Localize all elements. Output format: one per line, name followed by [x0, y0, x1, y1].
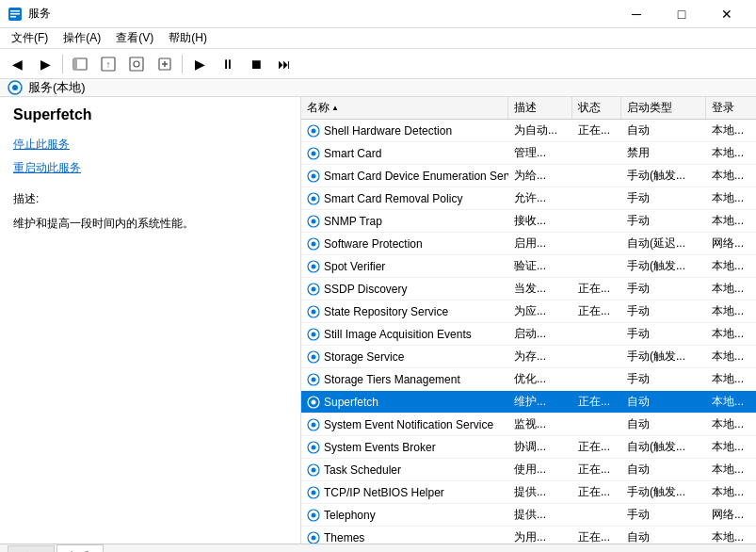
- menu-item-1[interactable]: 操作(A): [56, 28, 108, 48]
- cell-name: System Events Broker: [301, 436, 508, 458]
- stop-button[interactable]: ⏹: [243, 52, 269, 76]
- left-panel: Superfetch 停止此服务 重启动此服务 描述: 维护和提高一段时间内的系…: [0, 97, 301, 544]
- table-row[interactable]: Shell Hardware Detection 为自动... 正在... 自动…: [301, 120, 756, 142]
- toolbar-separator-1: [62, 55, 63, 73]
- service-icon: [307, 418, 320, 431]
- cell-status: [572, 210, 621, 232]
- svg-point-46: [312, 467, 316, 472]
- back-button[interactable]: ◀: [4, 52, 30, 76]
- table-row[interactable]: System Event Notification Service 监视... …: [301, 414, 756, 436]
- svg-point-36: [312, 354, 316, 359]
- service-icon: [307, 124, 320, 138]
- table-row[interactable]: Software Protection 启用... 自动(延迟... 网络...: [301, 233, 756, 255]
- cell-status: [572, 233, 621, 254]
- cell-login: 本地...: [706, 323, 756, 345]
- col-header-desc[interactable]: 描述: [508, 97, 572, 119]
- table-row[interactable]: Still Image Acquisition Events 启动... 手动 …: [301, 323, 756, 346]
- cell-desc: 使用...: [508, 459, 572, 480]
- app-icon: [8, 7, 23, 22]
- cell-startup: 手动(触发...: [621, 255, 706, 277]
- service-icon: [307, 463, 320, 477]
- service-icon: [307, 170, 320, 183]
- cell-startup: 手动: [621, 210, 706, 232]
- service-icon: [307, 147, 320, 160]
- cell-login: 本地...: [706, 142, 756, 164]
- cell-login: 本地...: [706, 391, 756, 413]
- cell-login: 本地...: [706, 414, 756, 435]
- service-icon: [307, 192, 320, 205]
- cell-login: 本地...: [706, 368, 756, 390]
- col-header-startup[interactable]: 启动类型: [621, 97, 706, 119]
- col-header-status[interactable]: 状态: [572, 97, 621, 119]
- tab-standard[interactable]: 标准: [56, 544, 104, 552]
- table-row[interactable]: Smart Card Device Enumeration Servi... 为…: [301, 165, 756, 187]
- cell-name: Spot Verifier: [301, 255, 508, 277]
- close-button[interactable]: ✕: [705, 0, 748, 28]
- table-body: Shell Hardware Detection 为自动... 正在... 自动…: [301, 120, 756, 544]
- play-button[interactable]: ▶: [186, 52, 213, 76]
- service-icon: [307, 396, 320, 409]
- cell-login: 本地...: [706, 459, 756, 480]
- header-icon: [8, 80, 23, 95]
- table-row[interactable]: SSDP Discovery 当发... 正在... 手动 本地...: [301, 278, 756, 300]
- table-row[interactable]: Storage Service 为存... 手动(触发... 本地...: [301, 346, 756, 368]
- col-header-name[interactable]: 名称 ▲: [301, 97, 508, 119]
- service-icon: [307, 486, 320, 499]
- svg-point-48: [312, 490, 316, 495]
- cell-name: Smart Card Device Enumeration Servi...: [301, 165, 508, 187]
- menu-item-2[interactable]: 查看(V): [108, 28, 161, 48]
- cell-desc: 为自动...: [508, 120, 572, 141]
- service-icon: [307, 283, 320, 296]
- properties-button[interactable]: [123, 52, 150, 76]
- up-button[interactable]: ↑: [95, 52, 121, 76]
- cell-desc: 为存...: [508, 346, 572, 367]
- new-button[interactable]: [152, 52, 178, 76]
- cell-name: Smart Card: [301, 142, 508, 164]
- cell-startup: 自动: [621, 527, 706, 544]
- table-row[interactable]: Telephony 提供... 手动 网络...: [301, 504, 756, 527]
- table-row[interactable]: Storage Tiers Management 优化... 手动 本地...: [301, 368, 756, 391]
- pause-button[interactable]: ⏸: [215, 52, 241, 76]
- cell-status: 正在...: [572, 459, 621, 480]
- cell-desc: 优化...: [508, 368, 572, 390]
- maximize-button[interactable]: □: [660, 0, 703, 28]
- table-row[interactable]: System Events Broker 协调... 正在... 自动(触发..…: [301, 436, 756, 459]
- cell-status: [572, 504, 621, 526]
- cell-desc: 当发...: [508, 278, 572, 300]
- stop-service-link[interactable]: 停止此服务: [13, 137, 287, 153]
- table-row[interactable]: Smart Card 管理... 禁用 本地...: [301, 142, 756, 165]
- show-hide-button[interactable]: [67, 52, 93, 76]
- restart-service-link[interactable]: 重启动此服务: [13, 160, 287, 176]
- svg-point-42: [312, 422, 316, 427]
- tab-expand[interactable]: 扩展: [8, 545, 55, 552]
- cell-startup: 自动: [621, 414, 706, 435]
- table-row[interactable]: Superfetch 维护... 正在... 自动 本地...: [301, 391, 756, 414]
- cell-login: 本地...: [706, 120, 756, 141]
- table-row[interactable]: SNMP Trap 接收... 手动 本地...: [301, 210, 756, 233]
- service-icon: [307, 237, 320, 251]
- cell-status: [572, 414, 621, 435]
- table-header: 名称 ▲ 描述 状态 启动类型 登录: [301, 97, 756, 120]
- restart-button[interactable]: ⏭: [271, 52, 298, 76]
- table-row[interactable]: Task Scheduler 使用... 正在... 自动 本地...: [301, 459, 756, 481]
- window-title: 服务: [28, 6, 51, 22]
- cell-startup: 手动(触发...: [621, 346, 706, 367]
- table-row[interactable]: State Repository Service 为应... 正在... 手动 …: [301, 300, 756, 323]
- forward-button[interactable]: ▶: [32, 52, 58, 76]
- table-row[interactable]: Themes 为用... 正在... 自动 本地...: [301, 527, 756, 544]
- cell-name: Telephony: [301, 504, 508, 526]
- menu-item-3[interactable]: 帮助(H): [161, 28, 215, 48]
- svg-rect-8: [130, 57, 143, 71]
- table-row[interactable]: TCP/IP NetBIOS Helper 提供... 正在... 手动(触发.…: [301, 481, 756, 504]
- cell-startup: 自动: [621, 120, 706, 141]
- table-row[interactable]: Spot Verifier 验证... 手动(触发... 本地...: [301, 255, 756, 278]
- col-header-login[interactable]: 登录: [706, 97, 756, 119]
- menu-item-0[interactable]: 文件(F): [4, 28, 56, 48]
- cell-status: 正在...: [572, 436, 621, 458]
- cell-startup: 自动: [621, 459, 706, 480]
- minimize-button[interactable]: ─: [615, 0, 658, 28]
- svg-point-34: [312, 332, 316, 336]
- svg-point-50: [312, 512, 316, 517]
- table-row[interactable]: Smart Card Removal Policy 允许... 手动 本地...: [301, 187, 756, 210]
- service-icon: [307, 260, 320, 273]
